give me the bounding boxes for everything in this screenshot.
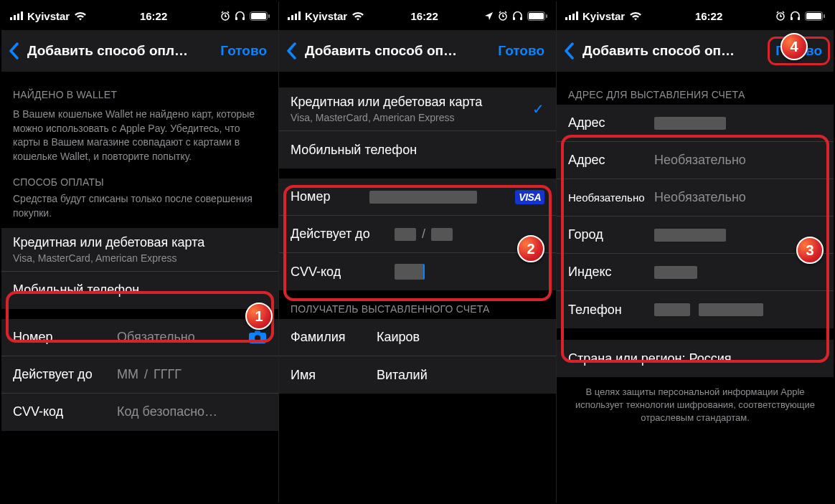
- mobile-phone-option[interactable]: Мобильный телефон: [1, 272, 278, 309]
- status-bar: Kyivstar 16:22: [1, 1, 278, 30]
- payment-card-sub: Visa, MasterCard, American Express: [291, 112, 455, 123]
- card-number-placeholder: Обязательно: [117, 330, 195, 345]
- city-label: Город: [568, 227, 654, 242]
- mobile-phone-option[interactable]: Мобильный телефон: [279, 131, 556, 168]
- phone-label: Телефон: [568, 303, 654, 318]
- phone-value-1: [654, 303, 690, 316]
- done-button[interactable]: Готово: [216, 40, 271, 62]
- card-expires-yyyy: ГГГГ: [154, 367, 181, 382]
- signal-icon: [10, 11, 23, 20]
- recipient-section-header: ПОЛУЧАТЕЛЬ ВЫСТАВЛЕННОГО СЧЕТА: [279, 303, 556, 319]
- svg-rect-0: [10, 17, 12, 20]
- svg-rect-2: [17, 14, 19, 20]
- back-chevron-icon[interactable]: [9, 42, 27, 60]
- headphones-icon: [235, 11, 245, 21]
- lastname-row[interactable]: Фамилия Каиров: [279, 319, 556, 356]
- city-value: [654, 229, 726, 242]
- phone-value-2: [699, 303, 763, 316]
- svg-rect-29: [798, 17, 800, 20]
- optional-label: Необязательно: [568, 191, 654, 204]
- nav-bar: Добавить способ оп… Готово: [557, 30, 834, 72]
- svg-rect-25: [572, 14, 575, 20]
- phone-row[interactable]: Телефон: [557, 291, 834, 328]
- svg-rect-26: [576, 11, 578, 20]
- slash-separator: /: [144, 367, 148, 382]
- clock: 16:22: [695, 10, 722, 22]
- screen-2: Kyivstar 16:22 Добавить способ оп… Готов…: [279, 1, 557, 503]
- svg-rect-28: [791, 17, 793, 20]
- payment-card-option[interactable]: Кредитная или дебетовая карта Visa, Mast…: [279, 87, 556, 131]
- payment-card-sub: Visa, MasterCard, American Express: [13, 252, 177, 264]
- slash-separator: /: [422, 227, 425, 242]
- nav-bar: Добавить способ опл… Готово: [1, 30, 278, 72]
- svg-rect-5: [235, 17, 237, 20]
- screen-1: Kyivstar 16:22 Добавить способ опл… Гото…: [1, 1, 279, 503]
- battery-icon: [250, 11, 270, 21]
- card-cvv-row[interactable]: CVV-код Код безопасно…: [1, 394, 278, 431]
- svg-rect-16: [298, 11, 301, 20]
- svg-rect-31: [806, 13, 821, 19]
- svg-rect-1: [14, 15, 16, 20]
- method-section-desc: Средства будут списаны только после сове…: [1, 192, 278, 220]
- card-cvv-placeholder: Код безопасно…: [117, 404, 217, 419]
- battery-icon: [805, 11, 825, 21]
- svg-rect-13: [288, 17, 290, 20]
- card-number-label: Номер: [13, 330, 117, 345]
- zip-row[interactable]: Индекс: [557, 254, 834, 291]
- card-expires-row[interactable]: Действует до /: [279, 216, 556, 253]
- firstname-value: Виталий: [377, 368, 428, 383]
- camera-icon[interactable]: [248, 330, 267, 344]
- zip-value: [654, 266, 697, 279]
- address-label: Адрес: [568, 115, 654, 130]
- svg-rect-11: [255, 331, 260, 334]
- card-number-row[interactable]: Номер Обязательно: [1, 319, 278, 356]
- privacy-footer: В целях защиты персональной информации A…: [557, 377, 834, 425]
- billing-section-header: АДРЕС ДЛЯ ВЫСТАВЛЕНИЯ СЧЕТА: [557, 89, 834, 105]
- page-title: Добавить способ опл…: [27, 43, 216, 59]
- card-expires-label: Действует до: [291, 227, 395, 242]
- card-expires-row[interactable]: Действует до ММ / ГГГГ: [1, 356, 278, 394]
- back-chevron-icon[interactable]: [286, 42, 305, 60]
- zip-label: Индекс: [568, 265, 654, 280]
- clock: 16:22: [410, 10, 438, 22]
- payment-card-title: Кредитная или дебетовая карта: [291, 95, 482, 110]
- payment-card-option[interactable]: Кредитная или дебетовая карта Visa, Mast…: [1, 228, 278, 272]
- signal-icon: [565, 11, 578, 20]
- signal-icon: [288, 11, 301, 20]
- alarm-icon: [775, 11, 786, 21]
- headphones-icon: [790, 11, 801, 21]
- svg-rect-23: [565, 17, 567, 20]
- svg-rect-21: [529, 13, 544, 19]
- lastname-value: Каиров: [377, 330, 420, 345]
- card-cvv-label: CVV-код: [291, 265, 395, 280]
- card-expires-mm: ММ: [117, 367, 138, 382]
- svg-rect-24: [569, 15, 571, 20]
- address-row-2[interactable]: Адрес Необязательно: [557, 142, 834, 179]
- wifi-icon: [74, 11, 87, 21]
- svg-rect-9: [268, 14, 270, 18]
- address-label-2: Адрес: [568, 153, 654, 168]
- address-value: [654, 117, 726, 130]
- done-button[interactable]: Готово: [494, 40, 549, 62]
- alarm-icon: [498, 11, 508, 21]
- method-section-header: СПОСОБ ОПЛАТЫ: [1, 176, 278, 192]
- visa-logo: VISA: [515, 190, 544, 204]
- card-number-row[interactable]: Номер VISA: [279, 179, 556, 216]
- card-cvv-row[interactable]: CVV-код: [279, 253, 556, 290]
- svg-rect-22: [546, 14, 547, 18]
- firstname-label: Имя: [291, 368, 377, 383]
- done-button[interactable]: Готово: [771, 40, 826, 62]
- firstname-row[interactable]: Имя Виталий: [279, 356, 556, 394]
- svg-rect-32: [824, 14, 825, 18]
- back-chevron-icon[interactable]: [564, 42, 582, 60]
- city-row[interactable]: Город: [557, 217, 834, 254]
- card-expires-mm: [395, 228, 416, 241]
- page-title: Добавить способ оп…: [305, 43, 494, 59]
- alarm-icon: [220, 11, 230, 21]
- optional-row[interactable]: Необязательно Необязательно: [557, 179, 834, 217]
- country-row[interactable]: Страна или регион: Россия: [557, 340, 834, 377]
- nav-bar: Добавить способ оп… Готово: [279, 30, 556, 72]
- carrier-label: Kyivstar: [305, 10, 347, 22]
- checkmark-icon: ✓: [532, 100, 544, 118]
- address-row-1[interactable]: Адрес: [557, 105, 834, 142]
